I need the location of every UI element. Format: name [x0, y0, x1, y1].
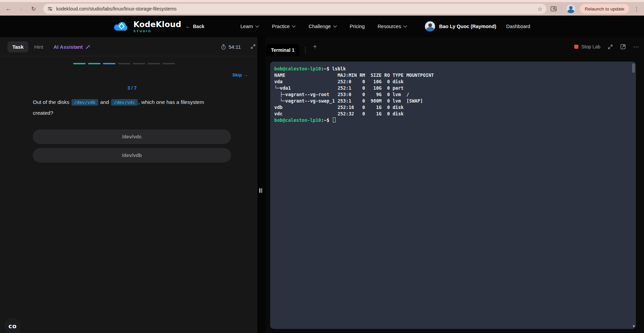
page: ← → ↻ kodekloud.com/studio/labs/linux/li…: [0, 0, 644, 333]
bookmark-star-icon[interactable]: ☆: [538, 6, 542, 12]
chevron-down-icon: [403, 25, 407, 28]
open-external-icon[interactable]: [620, 44, 626, 49]
dashboard-link[interactable]: Dashboard: [506, 16, 530, 37]
scroll-down-icon[interactable]: ▾: [632, 324, 635, 329]
stop-square-icon: [574, 45, 578, 49]
brand-logo[interactable]: KodeKloud STUDIO: [113, 19, 181, 33]
chevron-down-icon: [333, 25, 337, 28]
header-user[interactable]: Bao Ly Quoc (Raymond): [425, 16, 496, 37]
relaunch-button[interactable]: Relaunch to update: [580, 4, 629, 14]
user-avatar[interactable]: [425, 21, 435, 31]
browser-toolbar: ← → ↻ kodekloud.com/studio/labs/linux/li…: [0, 2, 644, 16]
back-arrow-icon: ←: [186, 24, 190, 29]
brand-name: KodeKloud: [133, 20, 181, 29]
nav-item-label: Practice: [272, 24, 289, 29]
terminal-screen[interactable]: bob@caleston-lp10:~$ lsblk NAME MAJ:MIN …: [270, 62, 636, 329]
step-indicator: 3 / 7: [33, 85, 231, 91]
terminal-output: bob@caleston-lp10:~$ lsblk NAME MAJ:MIN …: [270, 62, 636, 124]
nav-item-pricing[interactable]: Pricing: [350, 24, 365, 29]
magic-wand-icon: [85, 44, 90, 49]
answer-options: /dev/vdc/dev/vdb: [33, 130, 231, 162]
skip-button[interactable]: Skip →: [0, 72, 248, 77]
kodekloud-cloud-icon: [113, 19, 130, 33]
back-label: Back: [193, 24, 204, 29]
chevron-down-icon: [255, 25, 259, 28]
answer-option-dev-vdb[interactable]: /dev/vdb: [33, 148, 231, 162]
progress-segment-5: [133, 63, 145, 64]
toolbar-separator: [561, 6, 562, 12]
brand-subtitle: STUDIO: [133, 29, 181, 33]
url-text: kodekloud.com/studio/labs/linux/linux-st…: [56, 6, 177, 12]
terminal-scrollbar-thumb[interactable]: [632, 63, 635, 73]
terminal-panel: Terminal 1 + Stop Lab: [265, 37, 644, 333]
stop-lab-label: Stop Lab: [581, 44, 600, 49]
stopwatch-icon: [221, 44, 226, 50]
code-chip-vdc: /dev/vdc: [111, 99, 138, 106]
stop-lab-button[interactable]: Stop Lab: [574, 44, 600, 49]
browser-reload-icon[interactable]: ↻: [28, 4, 39, 14]
browser-menu-icon[interactable]: ⋮: [634, 6, 639, 12]
progress-segment-3: [103, 63, 115, 64]
app-header: KodeKloud STUDIO ← Back LearnPracticeCha…: [0, 16, 644, 37]
nav-item-label: Pricing: [350, 24, 365, 29]
panel-divider: [257, 37, 265, 333]
lab-timer: 54:11: [221, 37, 241, 56]
progress-segment-2: [88, 63, 101, 64]
browser-forward-icon[interactable]: →: [16, 4, 26, 14]
answer-option-dev-vdc[interactable]: /dev/vdc: [33, 130, 231, 144]
nav-item-resources[interactable]: Resources: [378, 24, 407, 29]
terminal-tab-separator: [305, 47, 305, 53]
question-middle: and: [99, 99, 110, 105]
task-panel: Task Hint AI Assistant 54:11: [0, 37, 257, 333]
skip-arrow-icon: →: [243, 72, 248, 77]
chevron-down-icon: [292, 25, 296, 28]
tab-task[interactable]: Task: [7, 41, 28, 52]
divider-drag-handle[interactable]: [259, 188, 262, 193]
progress-segment-4: [118, 63, 130, 64]
browser-back-icon[interactable]: ←: [3, 4, 14, 14]
main-nav: LearnPracticeChallengePricingResources: [240, 16, 407, 37]
add-terminal-icon[interactable]: +: [310, 42, 320, 51]
address-bar[interactable]: kodekloud.com/studio/labs/linux/linux-st…: [43, 4, 546, 14]
toolbar-right: Relaunch to update ⋮: [551, 4, 641, 14]
browser-chrome: ← → ↻ kodekloud.com/studio/labs/linux/li…: [0, 0, 644, 16]
ai-assistant-label: AI Assistant: [53, 44, 83, 50]
nav-item-label: Learn: [240, 24, 253, 29]
terminal-tab[interactable]: Terminal 1: [266, 44, 299, 56]
search-panel-icon[interactable]: [551, 6, 557, 12]
tab-hint[interactable]: Hint: [34, 37, 43, 56]
code-chip-vdb: /dev/vdb: [71, 99, 98, 106]
back-button[interactable]: ← Back: [186, 16, 204, 37]
progress-segment-6: [148, 63, 160, 64]
browser-profile-avatar[interactable]: [566, 4, 575, 13]
nav-item-label: Challenge: [308, 24, 330, 29]
terminal-actions: Stop Lab ⋯: [574, 37, 639, 56]
skip-label: Skip: [232, 72, 242, 77]
terminal-cursor: [333, 117, 336, 123]
timer-value: 54:11: [229, 44, 241, 50]
nav-item-practice[interactable]: Practice: [272, 24, 296, 29]
brand-text: KodeKloud STUDIO: [133, 19, 181, 33]
tab-ai-assistant[interactable]: AI Assistant: [53, 37, 90, 56]
nav-item-learn[interactable]: Learn: [240, 24, 259, 29]
nav-item-challenge[interactable]: Challenge: [308, 24, 337, 29]
progress-segment-7: [163, 63, 175, 64]
expand-task-panel-icon[interactable]: [251, 44, 256, 50]
question-prefix: Out of the disks: [33, 99, 71, 105]
site-settings-icon[interactable]: [47, 6, 53, 12]
terminal-menu-icon[interactable]: ⋯: [633, 43, 639, 50]
progress-segment-1: [73, 63, 86, 64]
terminal-prompt: bob@caleston-lp10: [274, 66, 321, 71]
task-tab-bar: Task Hint AI Assistant 54:11: [0, 37, 257, 56]
nav-item-label: Resources: [378, 24, 401, 29]
expand-terminal-icon[interactable]: [608, 44, 613, 49]
user-name: Bao Ly Quoc (Raymond): [439, 24, 496, 29]
question-text: Out of the disks /dev/vdb and /dev/vdc, …: [33, 97, 212, 118]
terminal-prompt: bob@caleston-lp10: [274, 117, 321, 123]
progress-bar: [73, 63, 175, 64]
link-badge[interactable]: co: [4, 318, 21, 333]
